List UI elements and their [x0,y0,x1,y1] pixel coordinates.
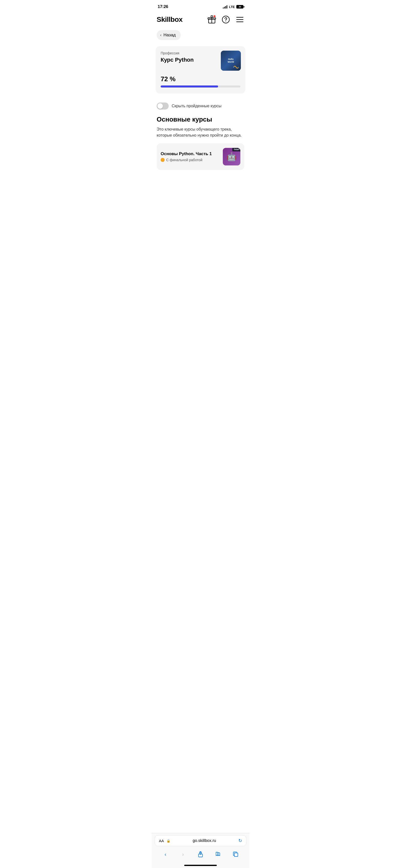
course-item-thumbnail: 🤖 /start [223,148,240,165]
status-time: 17:26 [158,4,168,9]
back-section: ‹ Назад [152,28,249,44]
robot-icon: 🤖 [226,152,237,161]
battery-icon: 30 [236,5,243,8]
svg-point-3 [225,21,226,22]
hide-completed-toggle[interactable] [157,102,169,110]
signal-bars-icon [223,5,227,8]
menu-button[interactable] [235,15,244,24]
battery-level: 30 [239,5,241,8]
python-logo-icon [232,65,240,70]
header-icons [207,15,244,24]
notification-dot [213,15,216,18]
menu-icon [235,15,244,24]
start-badge: /start [232,148,240,151]
back-label: Назад [163,33,176,38]
svg-point-5 [238,67,239,68]
status-bar: 17:26 LTE 30 [152,0,249,12]
toggle-label: Скрыть пройденные курсы [172,104,221,108]
status-icons: LTE 30 [223,5,243,9]
course-thumbnail: Hello World [221,51,241,71]
back-arrow-icon: ‹ [160,33,161,37]
course-item[interactable]: Основы Python. Часть 1 С финальной работ… [157,143,244,170]
section-description: Это ключевые курсы обучающего трека, кот… [157,126,244,138]
svg-point-6 [162,159,164,161]
back-button[interactable]: ‹ Назад [157,30,181,40]
progress-percent: 72 % [161,75,240,83]
main-courses-section: Основные курсы Это ключевые курсы обучаю… [152,116,249,170]
progress-bar-fill [161,86,218,88]
lte-label: LTE [229,5,235,9]
medal-icon [161,158,165,162]
gift-button[interactable] [207,15,216,24]
progress-bar-track [161,86,240,88]
hello-world-label: Hello World [227,58,234,63]
help-button[interactable] [221,15,230,24]
logo: Skillbox [157,16,182,24]
help-icon [221,15,230,24]
header: Skillbox [152,12,249,28]
course-card: Профессия Курс Python Hello World 72 % [156,46,245,93]
svg-point-4 [233,67,234,68]
toggle-section: Скрыть пройденные курсы [152,98,249,116]
course-item-subtitle: С финальной работой [166,158,202,162]
course-item-title: Основы Python. Часть 1 [161,151,223,156]
section-title: Основные курсы [157,116,244,123]
